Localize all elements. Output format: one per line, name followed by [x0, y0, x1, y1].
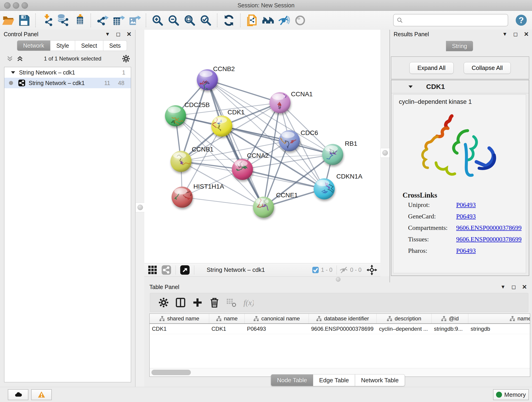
node-CCNE1[interactable]: CCNE1 — [253, 191, 298, 218]
add-button[interactable] — [189, 296, 206, 309]
hide-selected-button[interactable] — [276, 13, 292, 27]
tab-node-table[interactable]: Node Table — [271, 374, 313, 386]
import-network-database-button[interactable] — [55, 13, 71, 27]
columns-button[interactable] — [172, 296, 189, 309]
expand-all-networks-icon[interactable] — [17, 55, 23, 62]
column-header-@id[interactable]: @id — [432, 314, 468, 323]
tab-network[interactable]: Network — [17, 40, 51, 51]
detach-view-icon[interactable] — [180, 265, 190, 275]
table-panel-collapse-icon[interactable]: ▼ — [500, 284, 506, 290]
selected-checkbox-icon[interactable] — [312, 266, 319, 274]
crosslink-link[interactable]: P06493 — [456, 213, 476, 220]
zoom-fit-button[interactable] — [182, 13, 198, 27]
network-options-gear-icon[interactable] — [122, 55, 130, 63]
tab-edge-table[interactable]: Edge Table — [313, 374, 355, 386]
share-document-button[interactable] — [244, 13, 260, 27]
control-panel-collapse-icon[interactable]: ▼ — [105, 31, 110, 37]
gene-section-header[interactable]: CDK1 — [391, 80, 529, 93]
crosslinks-rows: Uniprot:P06493GeneCard:P06493Compartment… — [393, 201, 526, 254]
zoom-out-button[interactable] — [166, 13, 182, 27]
tab-network-table[interactable]: Network Table — [355, 374, 405, 386]
table-panel-close-icon[interactable]: ✕ — [522, 283, 527, 291]
refresh-view-button[interactable] — [221, 13, 237, 27]
table-row[interactable]: CDK1CDK1P064939606.ENSP00000378699cyclin… — [150, 324, 530, 334]
node-HIST1H1A[interactable]: HIST1H1A — [172, 183, 224, 208]
tab-select[interactable]: Select — [75, 40, 103, 51]
network-row[interactable]: String Network – cdk1 11 48 — [4, 78, 131, 88]
control-panel-close-icon[interactable]: ✕ — [127, 31, 132, 38]
column-header-canonical-name[interactable]: canonical name — [245, 314, 309, 323]
import-network-file-button[interactable] — [39, 13, 55, 27]
fx-button[interactable]: f(x) — [240, 296, 257, 309]
node-RB1[interactable]: RB1 — [322, 140, 357, 165]
node-CCNA1[interactable]: CCNA1 — [269, 90, 313, 113]
hidden-eye-icon[interactable] — [339, 265, 348, 274]
table-hscrollbar-thumb[interactable] — [152, 370, 191, 375]
network-canvas[interactable]: CCNB2 CCNA1 CDC25B CDK1 CDC6 RB1 CCNB1 C… — [144, 30, 380, 263]
trash-button[interactable] — [206, 296, 223, 309]
zoom-in-button[interactable] — [150, 13, 166, 27]
tab-string[interactable]: String — [446, 41, 473, 51]
edge-CCNB2-CCNA1[interactable] — [207, 80, 280, 103]
network-graph[interactable]: CCNB2 CCNA1 CDC25B CDK1 CDC6 RB1 CCNB1 C… — [144, 30, 380, 263]
table-cell[interactable]: stringdb — [468, 324, 530, 334]
crosslink-link[interactable]: 9606.ENSP00000378699 — [456, 224, 521, 231]
column-header-database-identifier[interactable]: database identifier — [309, 314, 377, 323]
birdseye-view-icon[interactable] — [161, 265, 171, 275]
export-network-button[interactable] — [94, 13, 110, 27]
left-splitter-handle[interactable] — [135, 203, 145, 212]
delete-table-button[interactable] — [223, 296, 240, 309]
open-file-button[interactable] — [0, 13, 16, 27]
node-CDK1[interactable]: CDK1 — [211, 109, 245, 137]
gene-collapse-icon[interactable] — [408, 84, 413, 89]
right-splitter[interactable] — [380, 30, 389, 282]
right-splitter-handle[interactable] — [380, 148, 390, 158]
results-panel-close-icon[interactable]: ✕ — [524, 31, 529, 38]
svg-text:?: ? — [519, 16, 524, 25]
gear-button[interactable] — [155, 296, 172, 309]
results-panel-collapse-icon[interactable]: ▼ — [502, 31, 507, 37]
collection-expand-icon[interactable] — [10, 70, 16, 75]
cloud-button[interactable] — [8, 389, 28, 400]
import-table-button[interactable] — [71, 13, 87, 27]
table-cell[interactable]: CDK1 — [150, 324, 209, 334]
fit-content-crosshair-icon[interactable] — [367, 265, 377, 275]
edge-HIST1H1A-CCNE1[interactable] — [182, 197, 264, 207]
table-cell[interactable]: 9606.ENSP00000378699 — [309, 324, 377, 334]
home-views-button[interactable] — [260, 13, 276, 27]
table-cell[interactable]: cyclin–dependent ... — [377, 324, 432, 334]
search-input[interactable] — [403, 15, 508, 25]
collapse-all-networks-icon[interactable] — [6, 55, 13, 62]
results-panel-float-icon[interactable]: ◻ — [513, 31, 518, 37]
expand-all-button[interactable]: Expand All — [409, 62, 454, 74]
column-header-namespace[interactable]: namespace — [468, 314, 530, 323]
collapse-all-button[interactable]: Collapse All — [464, 62, 511, 74]
table-panel-float-icon[interactable]: ◻ — [511, 284, 516, 290]
crosslink-link[interactable]: P06493 — [456, 201, 476, 209]
attribute-icon — [253, 316, 259, 321]
grid-view-icon[interactable] — [147, 265, 158, 275]
zoom-selected-button[interactable] — [198, 13, 214, 27]
table-cell[interactable]: CDK1 — [209, 324, 245, 334]
table-cell[interactable]: stringdb:9... — [432, 324, 468, 334]
tab-sets[interactable]: Sets — [103, 40, 127, 51]
export-image-button[interactable] — [127, 13, 143, 27]
warnings-button[interactable] — [31, 389, 52, 400]
crosslink-link[interactable]: P06493 — [456, 247, 476, 254]
control-panel-float-icon[interactable]: ◻ — [116, 31, 120, 37]
table-cell[interactable]: P06493 — [245, 324, 309, 334]
tab-style[interactable]: Style — [51, 40, 75, 51]
crosslink-link[interactable]: 9606.ENSP00000378699 — [456, 236, 521, 243]
export-table-button[interactable] — [110, 13, 127, 27]
memory-button[interactable]: Memory — [493, 389, 529, 400]
column-header-shared-name[interactable]: shared name — [150, 314, 209, 323]
network-collection-row[interactable]: String Network – cdk1 1 — [4, 67, 131, 78]
save-session-button[interactable] — [16, 13, 32, 27]
left-splitter[interactable] — [135, 30, 144, 387]
node-CDKN1A[interactable]: CDKN1A — [314, 173, 362, 199]
column-header-name[interactable]: name — [209, 314, 245, 323]
help-button[interactable]: ? — [515, 14, 527, 26]
column-header-description[interactable]: description — [377, 314, 432, 323]
show-all-button[interactable] — [292, 13, 308, 27]
svg-text:CDK1: CDK1 — [228, 109, 245, 116]
